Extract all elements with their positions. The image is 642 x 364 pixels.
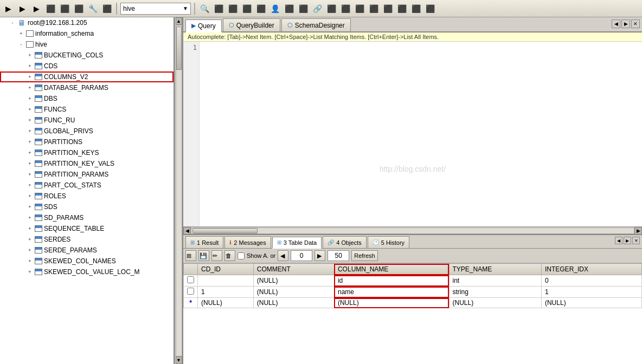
nav-prev-btn[interactable]: ◀ (278, 250, 288, 261)
tab-querybuilder[interactable]: ⬡ QueryBuilder (223, 18, 280, 31)
toolbar-btn-22[interactable]: ⬛ (382, 3, 394, 15)
result-tab-3[interactable]: ⊞ 3 Table Data (272, 237, 322, 249)
toolbar-btn-24[interactable]: ⬛ (410, 3, 422, 15)
h-scroll-right[interactable]: ▶ (634, 227, 642, 235)
nav-end-input[interactable] (328, 250, 349, 261)
integer-idx-cell-1[interactable]: 1 (541, 287, 641, 298)
toolbar-btn-4[interactable]: ⬛ (44, 3, 56, 15)
type-name-cell-1[interactable]: string (449, 287, 541, 298)
tree-table-global-privs[interactable]: +GLOBAL_PRIVS (0, 126, 174, 136)
table-row[interactable]: *(NULL)(NULL)(NULL)(NULL)(NULL) (184, 298, 642, 308)
tab-nav-left[interactable]: ◀ (612, 20, 620, 28)
column-name-cell-1[interactable]: name (334, 287, 449, 298)
toolbar-btn-17[interactable]: 🔗 (311, 3, 323, 15)
toolbar-btn-14[interactable]: 👤 (269, 3, 281, 15)
tree-table-cds[interactable]: +CDS (0, 61, 174, 72)
tab-schemadesigner[interactable]: ⬡ SchemaDesigner (281, 18, 351, 31)
tree-table-database-params[interactable]: +DATABASE_PARAMS (0, 82, 174, 93)
tree-table-partition-keys[interactable]: +PARTITION_KEYS (0, 147, 174, 158)
toolbar-btn-11[interactable]: ⬛ (227, 3, 239, 15)
cd-id-cell-1[interactable]: 1 (198, 287, 254, 298)
tree-table-skewed-col-value-loc-m[interactable]: +SKEWED_COL_VALUE_LOC_M (0, 266, 174, 277)
toolbar-btn-6[interactable]: ⬛ (73, 3, 85, 15)
tree-table-columns-v2[interactable]: +COLUMNS_V2 (0, 72, 174, 82)
toolbar-btn-23[interactable]: ⬛ (396, 3, 408, 15)
result-tab-close[interactable]: ✕ (632, 237, 640, 244)
h-scroll-left[interactable]: ◀ (183, 227, 191, 235)
result-tab-2[interactable]: ℹ 2 Messages (224, 236, 271, 248)
tree-table-bucketing-cols[interactable]: +BUCKETING_COLS (0, 50, 174, 61)
result-tab-nav-left[interactable]: ◀ (615, 237, 622, 244)
toolbar-btn-25[interactable]: ⬛ (424, 3, 436, 15)
tree-table-serdes[interactable]: +SERDES (0, 234, 174, 245)
toolbar-btn-13[interactable]: ⬛ (255, 3, 267, 15)
tree-table-partitions[interactable]: +PARTITIONS (0, 136, 174, 147)
toolbar-btn-15[interactable]: ⬛ (283, 3, 295, 15)
nav-start-input[interactable] (291, 250, 312, 261)
table-row[interactable]: 1(NULL)namestring1 (184, 287, 642, 298)
comment-cell-0[interactable]: (NULL) (253, 275, 334, 287)
cd-id-cell-0[interactable] (198, 275, 254, 287)
query-editor[interactable]: 1 http://blog.csdn.net/ (183, 42, 642, 226)
toolbar-edit-btn[interactable]: ✏ (211, 250, 222, 261)
tree-table-partition-params[interactable]: +PARTITION_PARAMS (0, 169, 174, 180)
refresh-btn[interactable]: Refresh (351, 250, 378, 261)
toolbar-btn-9[interactable]: 🔍 (198, 3, 210, 15)
type-name-cell-0[interactable]: int (449, 275, 541, 287)
toolbar-btn-5[interactable]: ⬛ (59, 3, 70, 15)
tree-table-func-ru[interactable]: +FUNC_RU (0, 115, 174, 126)
toolbar-btn-1[interactable]: ▶ (2, 3, 14, 15)
toolbar-grid-btn[interactable]: ⊞ (185, 250, 196, 261)
nav-next-btn[interactable]: ▶ (314, 250, 325, 261)
comment-cell-2[interactable]: (NULL) (253, 298, 334, 308)
result-tab-4[interactable]: 🔗 4 Objects (323, 236, 366, 248)
tree-item-information-schema[interactable]: + information_schema (0, 28, 174, 39)
toolbar-btn-21[interactable]: ⬛ (368, 3, 380, 15)
tab-nav-right[interactable]: ▶ (621, 20, 630, 28)
toolbar-btn-3[interactable]: ▶ (30, 3, 42, 15)
result-tab-5[interactable]: 🕐 5 History (368, 236, 409, 248)
toolbar-delete-btn[interactable]: 🗑 (224, 250, 235, 261)
toolbar-btn-20[interactable]: ⬛ (354, 3, 365, 15)
tab-close[interactable]: ✕ (631, 20, 640, 28)
integer-idx-cell-0[interactable]: 0 (541, 275, 641, 287)
toolbar-btn-18[interactable]: ⬛ (325, 3, 337, 15)
tree-table-sd-params[interactable]: +SD_PARAMS (0, 212, 174, 223)
scrollbar-down-btn[interactable]: ▼ (176, 356, 182, 364)
toolbar-btn-12[interactable]: ⬛ (241, 3, 253, 15)
column-name-cell-2[interactable]: (NULL) (334, 298, 449, 308)
tree-item-hive[interactable]: - hive (0, 39, 174, 50)
tab-query[interactable]: ▶ Query (185, 20, 222, 32)
type-name-cell-2[interactable]: (NULL) (449, 298, 541, 308)
toolbar-btn-10[interactable]: ⬛ (213, 3, 224, 15)
tree-table-skewed-col-names[interactable]: +SKEWED_COL_NAMES (0, 256, 174, 266)
show-all-checkbox[interactable] (237, 252, 245, 259)
table-row[interactable]: (NULL)idint0 (184, 275, 642, 287)
tree-table-roles[interactable]: +ROLES (0, 191, 174, 202)
h-scrollbar[interactable]: ◀ ▶ (183, 226, 642, 234)
toolbar-btn-2[interactable]: ▶ (16, 3, 28, 15)
column-name-cell-0[interactable]: id (334, 275, 449, 287)
result-tab-nav-right[interactable]: ▶ (624, 237, 631, 244)
toolbar-btn-7[interactable]: 🔧 (87, 3, 99, 15)
tree-table-sds[interactable]: +SDS (0, 202, 174, 212)
tree-table-part-col-stats[interactable]: +PART_COL_STATS (0, 180, 174, 191)
integer-idx-cell-2[interactable]: (NULL) (541, 298, 641, 308)
toolbar-btn-19[interactable]: ⬛ (339, 3, 351, 15)
toolbar-btn-8[interactable]: ⬛ (101, 3, 113, 15)
tree-table-sequence-table[interactable]: +SEQUENCE_TABLE (0, 223, 174, 234)
tree-table-dbs[interactable]: +DBS (0, 93, 174, 104)
comment-cell-1[interactable]: (NULL) (253, 287, 334, 298)
result-tab-1[interactable]: ⊞ 1 Result (185, 236, 223, 248)
toolbar-save-btn[interactable]: 💾 (198, 250, 209, 261)
tree-scrollbar[interactable]: ▲ ▼ (175, 17, 182, 364)
db-selector[interactable]: hive ▼ (120, 3, 191, 15)
scrollbar-up-btn[interactable]: ▲ (176, 17, 182, 25)
tree-root-connection[interactable]: - 🖥 root@192.168.1.205 (0, 17, 174, 28)
toolbar-btn-16[interactable]: ⬛ (297, 3, 309, 15)
cd-id-cell-2[interactable]: (NULL) (198, 298, 254, 308)
tree-table-serde-params[interactable]: +SERDE_PARAMS (0, 245, 174, 256)
tree-table-funcs[interactable]: +FUNCS (0, 104, 174, 115)
tree-table-partition-key-vals[interactable]: +PARTITION_KEY_VALS (0, 158, 174, 169)
editor-content[interactable] (200, 42, 642, 226)
